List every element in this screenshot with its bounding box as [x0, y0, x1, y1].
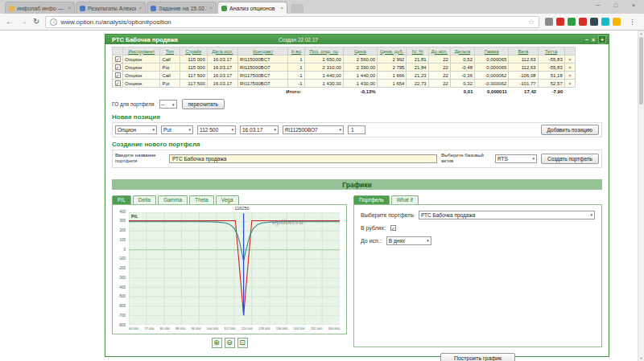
- days-select[interactable]: В днях ▾: [386, 236, 431, 245]
- column-header[interactable]: Цена, руб.: [378, 47, 407, 55]
- build-chart-button[interactable]: Построить график: [440, 353, 515, 361]
- rubles-checkbox[interactable]: ✓: [390, 225, 396, 231]
- scroll-down-icon[interactable]: ▼: [638, 356, 644, 360]
- window-add-icon[interactable]: +: [598, 35, 606, 43]
- tab-close-icon[interactable]: ×: [209, 6, 213, 10]
- totals-row: Итого:-0,13%0,010,00001117,42-7,90: [113, 88, 576, 96]
- recalculate-button[interactable]: пересчитать: [182, 99, 225, 109]
- tab-whatif[interactable]: What if: [391, 195, 419, 204]
- cell: 1: [288, 64, 304, 72]
- column-header[interactable]: Контракт: [238, 47, 288, 55]
- extension-icon[interactable]: [613, 18, 621, 26]
- rubles-label: В рублях:: [361, 225, 386, 231]
- column-header[interactable]: Вега: [509, 47, 538, 55]
- cell: -0,36: [450, 72, 474, 80]
- window-close-icon[interactable]: ×: [592, 37, 595, 43]
- extension-icon[interactable]: [568, 18, 576, 26]
- column-header[interactable]: Цена: [343, 47, 377, 55]
- tab-close-icon[interactable]: ×: [280, 6, 283, 10]
- header-row: ИнструментТипСтрайкДата исп.КонтрактК-во…: [113, 47, 576, 55]
- page-info-icon[interactable]: i: [50, 18, 57, 26]
- window-minimize-icon[interactable]: −: [585, 37, 588, 43]
- tab-theta[interactable]: Theta: [189, 195, 214, 204]
- browser-menu-icon[interactable]: ⋮: [626, 18, 638, 26]
- row-checkbox[interactable]: ✓: [113, 55, 123, 64]
- new-tab-button[interactable]: [291, 4, 303, 13]
- column-header[interactable]: Тетта: [538, 47, 564, 55]
- cell: 1 440,00: [343, 72, 377, 80]
- tab-pl[interactable]: P/L: [112, 195, 131, 204]
- address-bar[interactable]: i www.option.ru/analysis/option#position…: [45, 16, 539, 28]
- back-icon[interactable]: ←: [6, 18, 14, 26]
- cell: 52,57: [538, 80, 564, 88]
- extension-icon[interactable]: [590, 18, 598, 26]
- go-select[interactable]: – ▾: [159, 100, 177, 109]
- zoom-in-icon[interactable]: ⊕: [212, 338, 222, 348]
- reload-icon[interactable]: ↻: [33, 18, 39, 26]
- column-header[interactable]: Дата исп.: [207, 47, 237, 55]
- table-row: ✓ОпционPut117 50016.03.17RI117500BO7-11 …: [113, 80, 576, 88]
- column-header[interactable]: Дельта: [450, 47, 474, 55]
- contract-select[interactable]: RI112500BO7 ▾: [283, 125, 344, 134]
- minimize-window-icon[interactable]: ─: [589, 0, 607, 10]
- base-asset-select[interactable]: RTS ▾: [495, 154, 537, 163]
- axis-tick-label: -200: [118, 266, 126, 270]
- tab-close-icon[interactable]: ×: [68, 6, 71, 10]
- tab-vega[interactable]: Vega: [216, 195, 239, 204]
- option-type-select[interactable]: Put ▾: [161, 125, 193, 134]
- quantity-input[interactable]: 1: [348, 125, 365, 134]
- column-header[interactable]: Тип: [160, 47, 180, 55]
- zoom-reset-icon[interactable]: ⊡: [237, 338, 248, 348]
- tab-favicon-icon: [221, 6, 227, 11]
- extension-icon[interactable]: [556, 18, 564, 26]
- extension-icon[interactable]: [601, 18, 609, 26]
- row-delete-icon[interactable]: ×: [564, 80, 575, 88]
- axis-tick-label: -400: [118, 285, 126, 289]
- column-header[interactable]: Инструмент: [123, 47, 160, 55]
- instrument-select[interactable]: Опцион ▾: [115, 125, 157, 134]
- bookmark-star-icon[interactable]: ☆: [528, 18, 535, 26]
- browser-tab-active[interactable]: Анализ опционов ×: [217, 2, 287, 14]
- row-checkbox[interactable]: ✓: [113, 80, 123, 88]
- extension-icon[interactable]: [545, 18, 553, 26]
- browser-tab[interactable]: Результаты Алексей И ×: [76, 2, 146, 14]
- column-header[interactable]: Поз. откр. по: [304, 47, 343, 55]
- column-header[interactable]: IV, %: [407, 47, 428, 55]
- caret-down-icon: ▾: [427, 238, 429, 243]
- tab-delta[interactable]: Delta: [133, 195, 156, 204]
- scrollbar-thumb[interactable]: [639, 37, 643, 105]
- column-header[interactable]: До исп.: [428, 47, 450, 55]
- cell: 117 500: [180, 80, 207, 88]
- column-header[interactable]: Гамма: [475, 47, 509, 55]
- close-window-icon[interactable]: ×: [625, 0, 642, 10]
- row-delete-icon[interactable]: ×: [564, 64, 575, 72]
- browser-tab[interactable]: инфолаб инфо — Янд ×: [5, 2, 75, 14]
- row-checkbox[interactable]: ✓: [113, 72, 123, 80]
- forward-icon[interactable]: →: [19, 18, 27, 26]
- browser-tab[interactable]: Задание на 15.02.17 ×: [147, 2, 217, 14]
- expiry-date-select[interactable]: 16.03.17 ▾: [240, 125, 279, 134]
- create-portfolio-button[interactable]: Создать портфель: [541, 154, 599, 164]
- axis-tick-label: 300: [119, 219, 126, 223]
- row-checkbox[interactable]: ✓: [113, 64, 123, 72]
- extension-icon[interactable]: [579, 18, 587, 26]
- maximize-window-icon[interactable]: □: [607, 0, 625, 10]
- column-header[interactable]: Страйк: [180, 47, 207, 55]
- tab-portfolio[interactable]: Портфель: [353, 195, 390, 204]
- plot-canvas[interactable]: [129, 212, 340, 325]
- zoom-out-icon[interactable]: ⊖: [225, 338, 235, 348]
- portfolio-select[interactable]: РТС Бабочка продажа ▾: [419, 211, 595, 219]
- checkbox-column-header: [113, 47, 123, 55]
- select-portfolio-label: Выберите портфель: [361, 212, 414, 218]
- cell: -0,000062: [475, 80, 509, 88]
- portfolio-name-input[interactable]: РТС Бабочка продажа: [169, 154, 437, 163]
- tab-gamma[interactable]: Gamma: [158, 195, 188, 204]
- add-position-button[interactable]: Добавить позицию: [541, 125, 599, 135]
- column-header[interactable]: К-во: [288, 47, 304, 55]
- tab-close-icon[interactable]: ×: [138, 6, 142, 10]
- scroll-up-icon[interactable]: ▲: [638, 31, 644, 35]
- strike-select[interactable]: 112 500 ▾: [197, 125, 236, 134]
- row-delete-icon[interactable]: ×: [564, 72, 575, 80]
- row-delete-icon[interactable]: ×: [564, 55, 575, 64]
- page-scrollbar[interactable]: ▲ ▼: [638, 31, 644, 361]
